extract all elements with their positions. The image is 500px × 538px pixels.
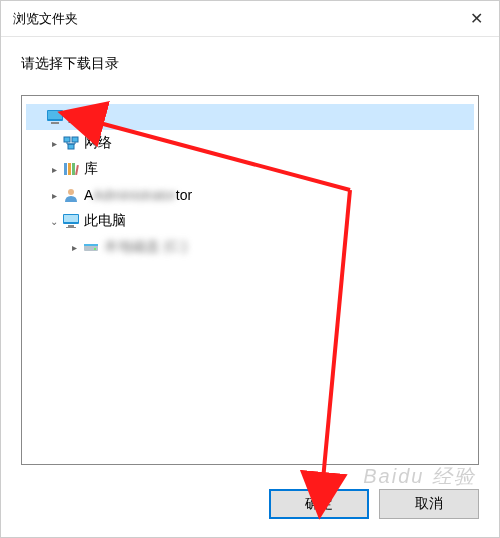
svg-rect-14 <box>66 227 76 228</box>
expander-icon[interactable]: ▸ <box>46 161 62 177</box>
tree-label: 本地磁盘 (C:) <box>104 238 187 256</box>
instruction-text: 请选择下载目录 <box>1 37 499 81</box>
tree-root-desktop[interactable]: 桌面 <box>26 104 474 130</box>
cancel-button[interactable]: 取消 <box>379 489 479 519</box>
pc-icon <box>62 212 80 230</box>
ok-button[interactable]: 确定 <box>269 489 369 519</box>
svg-rect-6 <box>64 163 67 175</box>
tree-item-this-pc[interactable]: ⌄ 此电脑 <box>26 208 474 234</box>
svg-rect-9 <box>75 165 79 175</box>
expander-icon[interactable]: ▸ <box>46 187 62 203</box>
tree-label: AAdministratortor <box>84 187 192 203</box>
dialog-title: 浏览文件夹 <box>13 10 78 28</box>
svg-rect-7 <box>68 163 71 175</box>
svg-rect-13 <box>68 225 74 227</box>
library-icon <box>62 160 80 178</box>
close-icon: ✕ <box>470 9 483 28</box>
folder-tree[interactable]: 桌面 ▸ 网络 ▸ 库 ▸ AAdministratortor ⌄ <box>21 95 479 465</box>
tree-label: 库 <box>84 160 98 178</box>
svg-rect-8 <box>72 163 75 175</box>
svg-rect-16 <box>84 244 98 246</box>
close-button[interactable]: ✕ <box>453 1 499 37</box>
svg-rect-1 <box>48 111 62 119</box>
svg-point-17 <box>94 248 96 250</box>
svg-rect-5 <box>68 144 74 149</box>
tree-label: 此电脑 <box>84 212 126 230</box>
desktop-icon <box>46 108 64 126</box>
tree-item-user[interactable]: ▸ AAdministratortor <box>26 182 474 208</box>
button-bar: 确定 取消 <box>1 475 499 537</box>
expander-icon[interactable]: ▸ <box>46 135 62 151</box>
tree-item-drive[interactable]: ▸ 本地磁盘 (C:) <box>26 234 474 260</box>
svg-rect-3 <box>64 137 70 142</box>
svg-rect-12 <box>64 215 78 222</box>
svg-point-10 <box>68 189 74 195</box>
expander-icon[interactable]: ▸ <box>66 239 82 255</box>
titlebar: 浏览文件夹 ✕ <box>1 1 499 37</box>
tree-item-library[interactable]: ▸ 库 <box>26 156 474 182</box>
network-icon <box>62 134 80 152</box>
expander-icon[interactable]: ⌄ <box>46 213 62 229</box>
tree-label: 桌面 <box>68 108 96 126</box>
drive-icon <box>82 238 100 256</box>
spacer <box>30 109 46 125</box>
user-icon <box>62 186 80 204</box>
browse-folder-dialog: 浏览文件夹 ✕ 请选择下载目录 桌面 ▸ 网络 ▸ 库 <box>0 0 500 538</box>
svg-rect-2 <box>51 122 59 124</box>
tree-label: 网络 <box>84 134 112 152</box>
tree-item-network[interactable]: ▸ 网络 <box>26 130 474 156</box>
svg-rect-4 <box>72 137 78 142</box>
